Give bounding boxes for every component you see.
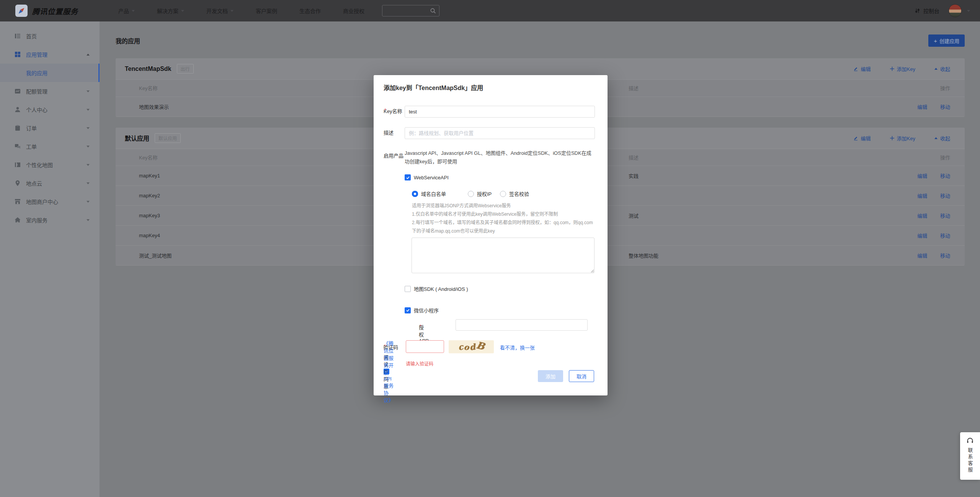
sidebar-item-app-management[interactable]: 应用管理 [0, 45, 100, 64]
row-move-link[interactable]: 移动 [940, 233, 950, 239]
cancel-button[interactable]: 取消 [569, 370, 594, 382]
edit-app-button[interactable]: 编辑 [853, 135, 871, 142]
webservice-checkbox-row: WebServiceAPI [405, 174, 449, 180]
add-button[interactable]: 添加 [538, 370, 563, 382]
search-input[interactable] [382, 8, 465, 14]
collapse-button[interactable]: 收起 [934, 65, 950, 72]
sidebar: 首页 应用管理 我的应用 配额管理 个人中心 [0, 21, 100, 497]
chevron-up-icon [87, 54, 90, 56]
avatar[interactable] [949, 4, 962, 17]
active-indicator [98, 64, 100, 82]
row-move-link[interactable]: 移动 [940, 193, 950, 199]
domain-whitelist-textarea[interactable] [412, 238, 595, 273]
row-edit-link[interactable]: 编辑 [917, 193, 927, 199]
chevron-down-icon [132, 10, 135, 12]
radio-unselected-icon [500, 191, 506, 197]
row-edit-link[interactable]: 编辑 [917, 253, 927, 259]
appid-input[interactable] [456, 319, 588, 331]
contact-support-tab[interactable]: 联系客服 [960, 432, 980, 480]
console-link[interactable]: 控制台 [915, 7, 939, 15]
chevron-down-icon [87, 127, 90, 129]
pencil-icon [853, 66, 858, 71]
key-desc: 测试 [629, 206, 865, 226]
merchant-icon [14, 198, 21, 205]
radio-authorized-ip[interactable]: 授权IP [468, 190, 492, 197]
chevron-down-icon [87, 164, 90, 166]
captcha-error-message: 请输入验证码 [406, 360, 433, 367]
row-edit-link[interactable]: 编辑 [917, 233, 927, 239]
row-move-link[interactable]: 移动 [940, 104, 950, 110]
nav-item-license[interactable]: 商业授权 [343, 7, 364, 15]
nav-item-eco[interactable]: 生态合作 [299, 7, 321, 15]
create-app-button[interactable]: + 创建应用 [928, 34, 965, 47]
sidebar-item-merchant-center[interactable]: 地图商户中心 [0, 192, 100, 211]
chevron-down-icon [87, 90, 90, 92]
sidebar-item-home[interactable]: 首页 [0, 27, 100, 45]
key-desc: 整体地图功能 [629, 246, 865, 266]
captcha-input[interactable] [406, 340, 444, 353]
wechat-label: 微信小程序 [414, 307, 439, 314]
sidebar-item-orders[interactable]: 订单 [0, 119, 100, 137]
nav-item-label: 开发文档 [206, 7, 228, 15]
captcha-refresh-link[interactable]: 看不清，换一张 [500, 344, 535, 351]
sidebar-item-tickets[interactable]: 工单 [0, 137, 100, 156]
radio-unselected-icon [468, 191, 474, 197]
sidebar-item-my-apps[interactable]: 我的应用 [0, 64, 100, 82]
edit-app-button[interactable]: 编辑 [853, 65, 871, 72]
compass-logo-icon [15, 5, 28, 17]
desc-input[interactable] [405, 127, 595, 139]
row-move-link[interactable]: 移动 [940, 173, 950, 179]
indoor-icon [14, 216, 21, 224]
mapsdk-checkbox-row: 地图SDK ( Android/iOS ) [405, 285, 468, 292]
add-key-button[interactable]: 添加Key [890, 65, 915, 72]
radio-signature-check[interactable]: 签名校验 [500, 190, 529, 197]
column-header-desc: 描述 [629, 149, 865, 166]
sidebar-item-profile[interactable]: 个人中心 [0, 100, 100, 119]
sidebar-item-label: 个人中心 [26, 106, 47, 113]
nav-menu: 产品 解决方案 开发文档 客户案例 生态合作 商业授权 [118, 7, 364, 15]
radio-domain-whitelist[interactable]: 域名白名单 [412, 190, 446, 197]
pencil-icon [853, 136, 858, 141]
product-label: 启用产品 [384, 152, 403, 159]
keyname-input[interactable] [405, 106, 595, 118]
add-key-modal: 添加key到「TencentMapSdk」应用 Key名称* 描述 启用产品 J… [374, 75, 608, 395]
wechat-checkbox[interactable] [405, 307, 411, 313]
quota-chart-icon [14, 87, 21, 95]
brand-logo[interactable]: 腾讯位置服务 [15, 5, 78, 17]
nav-item-docs[interactable]: 开发文档 [206, 7, 234, 15]
add-key-button[interactable]: 添加Key [890, 135, 915, 142]
row-edit-link[interactable]: 编辑 [917, 173, 927, 179]
desc-label: 描述 [384, 129, 394, 136]
chevron-down-icon[interactable] [967, 10, 970, 12]
row-move-link[interactable]: 移动 [940, 253, 950, 259]
nav-item-products[interactable]: 产品 [118, 7, 135, 15]
sidebar-item-place-cloud[interactable]: 地点云 [0, 174, 100, 192]
sidebar-item-quota[interactable]: 配额管理 [0, 82, 100, 100]
webservice-label: WebServiceAPI [414, 175, 449, 180]
orders-icon [14, 124, 21, 132]
key-desc [629, 226, 865, 246]
user-icon [14, 106, 21, 113]
row-move-link[interactable]: 移动 [940, 213, 950, 219]
search-icon[interactable] [430, 8, 436, 15]
nav-item-cases[interactable]: 客户案例 [256, 7, 277, 15]
mapsdk-checkbox[interactable] [405, 286, 411, 292]
sidebar-item-indoor[interactable]: 室内服务 [0, 211, 100, 229]
row-edit-link[interactable]: 编辑 [917, 213, 927, 219]
webservice-checkbox[interactable] [405, 174, 411, 180]
sidebar-item-label: 配额管理 [26, 87, 47, 95]
agreement-link[interactable]: 《腾讯位置服务开放API服务协议》 [384, 340, 394, 404]
sidebar-item-label: 工单 [26, 143, 37, 150]
sidebar-item-custom-map[interactable]: 个性化地图 [0, 156, 100, 174]
captcha-image[interactable]: c o d B [449, 340, 494, 353]
row-edit-link[interactable]: 编辑 [917, 104, 927, 110]
collapse-button[interactable]: 收起 [934, 135, 950, 142]
apps-grid-icon [14, 51, 21, 58]
check-icon [406, 176, 410, 180]
contact-label: 联系客服 [967, 448, 974, 474]
nav-item-solutions[interactable]: 解决方案 [157, 7, 184, 15]
check-icon [406, 308, 410, 312]
sliders-icon [915, 8, 920, 14]
nav-item-label: 解决方案 [157, 7, 178, 15]
console-label: 控制台 [923, 7, 939, 15]
